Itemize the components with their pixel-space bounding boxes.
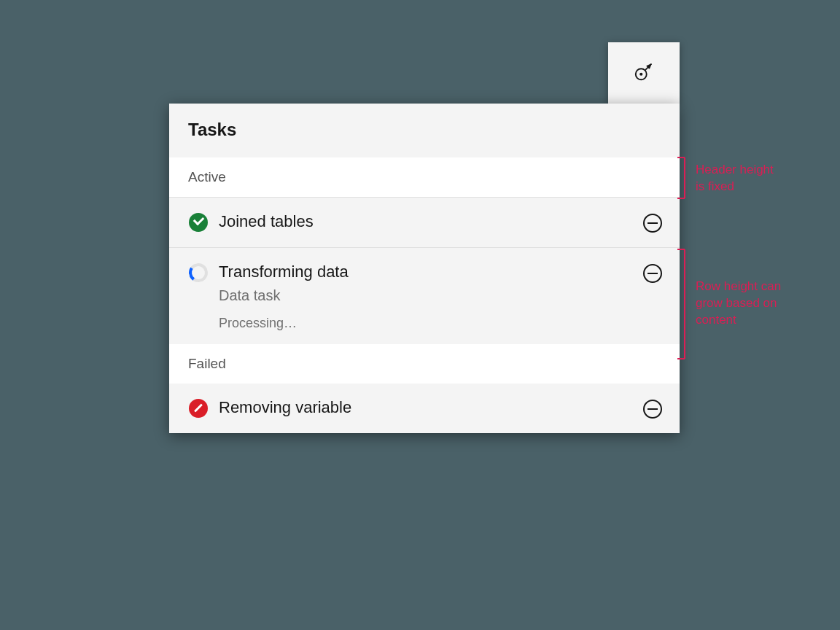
task-row[interactable]: Removing variable [169, 384, 680, 433]
annotation-label: Header height is fixed [696, 162, 774, 195]
panel-tab[interactable] [608, 42, 680, 104]
dismiss-button[interactable] [642, 262, 664, 284]
stage-background: Tasks Active Joined tables [0, 0, 840, 630]
task-title: Transforming data [219, 261, 631, 283]
dismiss-button[interactable] [642, 212, 664, 234]
tasks-panel-container: Tasks Active Joined tables [169, 42, 680, 372]
success-icon [188, 212, 209, 233]
subtract-circle-icon [643, 400, 662, 419]
task-row-body: Joined tables [219, 211, 631, 233]
annotation-label: Row height can grow based on content [696, 279, 781, 329]
task-row[interactable]: Joined tables [169, 197, 680, 247]
section-header-active: Active [169, 158, 680, 197]
section-header-failed: Failed [169, 344, 680, 384]
dismiss-button[interactable] [642, 398, 664, 420]
subtract-circle-icon [643, 214, 662, 233]
task-row-body: Removing variable [219, 397, 631, 419]
task-row[interactable]: Transforming data Data task Processing… [169, 247, 680, 344]
task-title: Removing variable [219, 397, 631, 419]
task-title: Joined tables [219, 211, 631, 233]
task-status: Processing… [219, 316, 631, 331]
error-icon [188, 398, 209, 419]
panel-title: Tasks [169, 104, 680, 158]
task-row-body: Transforming data Data task Processing… [219, 261, 631, 331]
subtract-circle-icon [643, 264, 662, 283]
tasks-panel: Tasks Active Joined tables [169, 104, 680, 433]
task-subtitle: Data task [219, 286, 631, 306]
svg-point-1 [639, 73, 642, 76]
tasks-tab-icon [633, 61, 655, 85]
in-progress-icon [188, 262, 209, 283]
